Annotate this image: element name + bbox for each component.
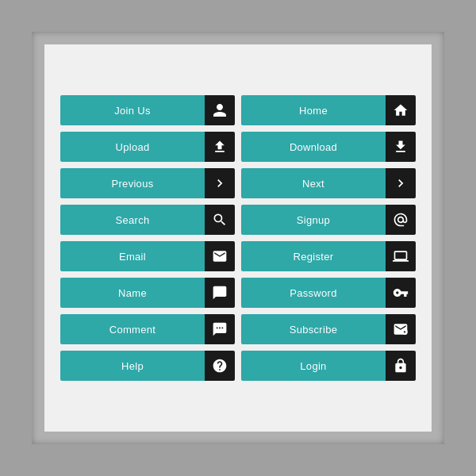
comment-button[interactable]: Comment — [60, 314, 235, 344]
subscribe-icon — [386, 314, 416, 344]
login-label: Login — [241, 351, 386, 381]
person-icon — [205, 95, 235, 125]
previous-label: Previous — [60, 168, 205, 198]
signup-label: Signup — [241, 205, 386, 235]
join-us-button[interactable]: Join Us — [60, 95, 235, 125]
login-button[interactable]: Login — [241, 351, 416, 381]
help-icon — [205, 351, 235, 381]
name-label: Name — [60, 278, 205, 308]
lock-icon — [386, 351, 416, 381]
download-icon — [386, 132, 416, 162]
outer-frame: Join Us Home Upload Dow — [32, 32, 444, 444]
email-label: Email — [60, 241, 205, 271]
inner-panel: Join Us Home Upload Dow — [44, 44, 432, 432]
next-label: Next — [241, 168, 386, 198]
upload-label: Upload — [60, 132, 205, 162]
previous-button[interactable]: Previous — [60, 168, 235, 198]
chevron-right-icon — [205, 168, 235, 198]
join-us-label: Join Us — [60, 95, 205, 125]
help-label: Help — [60, 351, 205, 381]
download-label: Download — [241, 132, 386, 162]
email-button[interactable]: Email — [60, 241, 235, 271]
next-chevron-icon — [386, 168, 416, 198]
email-icon — [205, 241, 235, 271]
search-icon — [205, 205, 235, 235]
search-button[interactable]: Search — [60, 205, 235, 235]
password-label: Password — [241, 278, 386, 308]
at-icon — [386, 205, 416, 235]
help-button[interactable]: Help — [60, 351, 235, 381]
chat-icon — [205, 278, 235, 308]
password-button[interactable]: Password — [241, 278, 416, 308]
key-icon — [386, 278, 416, 308]
download-button[interactable]: Download — [241, 132, 416, 162]
name-button[interactable]: Name — [60, 278, 235, 308]
search-label: Search — [60, 205, 205, 235]
upload-icon — [205, 132, 235, 162]
subscribe-label: Subscribe — [241, 314, 386, 344]
subscribe-button[interactable]: Subscribe — [241, 314, 416, 344]
comment-icon — [205, 314, 235, 344]
signup-button[interactable]: Signup — [241, 205, 416, 235]
laptop-icon — [386, 241, 416, 271]
next-button[interactable]: Next — [241, 168, 416, 198]
home-button[interactable]: Home — [241, 95, 416, 125]
buttons-grid: Join Us Home Upload Dow — [60, 95, 416, 381]
home-icon — [386, 95, 416, 125]
upload-button[interactable]: Upload — [60, 132, 235, 162]
register-button[interactable]: Register — [241, 241, 416, 271]
home-label: Home — [241, 95, 386, 125]
comment-label: Comment — [60, 314, 205, 344]
register-label: Register — [241, 241, 386, 271]
